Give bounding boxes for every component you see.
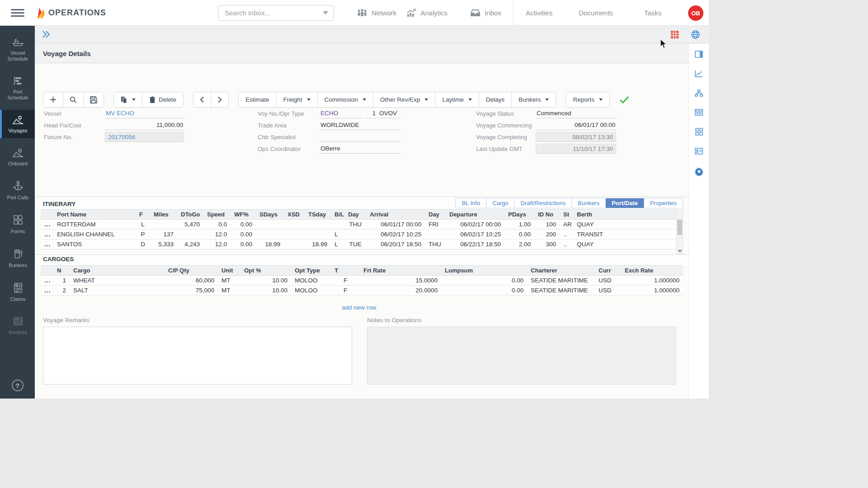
tab-cargo[interactable]: Cargo <box>486 198 514 208</box>
table-view-icon[interactable] <box>670 30 679 41</box>
settings-gear-icon[interactable] <box>694 167 704 176</box>
nav-tasks[interactable]: Tasks <box>644 0 661 26</box>
voyage-number-field[interactable]: ECHO <box>320 108 363 118</box>
expand-chevrons-icon[interactable] <box>41 29 51 41</box>
cell-exch-rate: 1.000000 <box>621 286 683 296</box>
notes-to-operations-textarea[interactable] <box>367 327 676 385</box>
opr-type-field[interactable]: OVOV <box>378 108 400 118</box>
laytime-button[interactable]: Laytime <box>435 92 479 107</box>
tab-port-date[interactable]: Port/Date <box>606 198 644 208</box>
sidebar-item-vessel-schedule[interactable]: Vessel Schedule <box>0 32 35 66</box>
col-charterer: Charterer <box>527 266 595 276</box>
form-mid-column: Voy No./Opr Type ECHO 1 OVOV Trade AreaW… <box>258 108 400 155</box>
right-icon-strip <box>689 44 709 399</box>
col-opt-type: Opt Type <box>291 266 331 276</box>
reports-button[interactable]: Reports <box>566 92 609 107</box>
sidebar-item-claims[interactable]: Claims <box>0 277 35 307</box>
nav-analytics[interactable]: Analytics <box>406 0 448 26</box>
cell-sdays: 18.99 <box>256 239 284 249</box>
panel-layout-icon[interactable] <box>695 51 703 58</box>
row-menu-icon[interactable]: ... <box>41 276 53 286</box>
voyage-functions-group: Estimate Freight Commission Other Rev/Ex… <box>238 92 556 108</box>
nav-activities[interactable]: Activities <box>526 0 552 26</box>
voyage-status-field[interactable]: Commenced <box>536 108 616 118</box>
copy-button[interactable] <box>114 92 142 107</box>
cell-xsd <box>284 239 305 249</box>
fixture-field[interactable]: 20170056 <box>105 132 184 142</box>
search-button[interactable] <box>63 92 84 107</box>
vessel-field[interactable]: MV ECHO <box>105 108 184 118</box>
hierarchy-icon[interactable] <box>695 89 703 97</box>
tab-bl-info[interactable]: BL Info <box>456 198 486 208</box>
grid-tiles-icon[interactable] <box>695 128 703 136</box>
sidebar-item-forms[interactable]: Forms <box>0 210 35 239</box>
voyage-commencing-field[interactable]: 06/01/17 00:00 <box>536 120 616 130</box>
estimate-button[interactable]: Estimate <box>239 92 277 107</box>
sidebar-item-bunkers[interactable]: Bunkers <box>0 244 35 273</box>
user-avatar[interactable]: OB <box>688 5 703 21</box>
ops-coordinator-field[interactable]: OBerre <box>320 144 400 154</box>
nav-documents[interactable]: Documents <box>579 0 613 26</box>
save-button[interactable] <box>84 92 104 107</box>
other-rev-exp-button[interactable]: Other Rev/Exp <box>373 92 436 107</box>
trade-area-field[interactable]: WORLDWIDE <box>320 120 400 130</box>
notes-to-operations-label: Notes to Operations <box>367 317 676 324</box>
notes-to-operations-block: Notes to Operations <box>367 317 676 386</box>
scrollbar-thumb[interactable] <box>677 220 682 235</box>
row-menu-icon[interactable]: ... <box>41 239 53 249</box>
hamburger-menu-icon[interactable] <box>11 0 24 26</box>
cell-cargo: WHEAT <box>70 276 165 286</box>
delays-button[interactable]: Delays <box>479 92 512 107</box>
help-icon[interactable]: ? <box>12 380 24 391</box>
topbar: OPERATIONS Network Analytics <box>0 0 709 26</box>
tab-draft-restrictions[interactable]: Draft/Restrictions <box>515 198 572 208</box>
bunkers-button[interactable]: Bunkers <box>512 92 556 107</box>
nav-activities-label: Activities <box>526 9 552 17</box>
add-button[interactable] <box>43 92 63 107</box>
invoice-icon <box>13 316 24 326</box>
globe-icon[interactable] <box>691 30 700 41</box>
scroll-down-icon[interactable] <box>678 250 682 253</box>
add-new-row-link[interactable]: add new row <box>35 304 683 311</box>
previous-button[interactable] <box>193 92 211 107</box>
search-input[interactable] <box>224 9 323 17</box>
head-fix-field[interactable]: 11,000.00 <box>105 120 184 130</box>
col-frt-rate: Frt Rate <box>360 266 441 276</box>
cell-opt-type: MOLOO <box>291 286 331 296</box>
tab-properties[interactable]: Properties <box>644 198 683 208</box>
sidebar-item-port-schedule[interactable]: Port Schedule <box>0 71 35 105</box>
tab-bunkers[interactable]: Bunkers <box>572 198 606 208</box>
list-card-icon[interactable] <box>695 109 703 116</box>
contact-card-icon[interactable] <box>695 148 703 155</box>
nav-inbox[interactable]: Inbox <box>470 0 501 26</box>
delete-button[interactable]: Delete <box>142 92 183 107</box>
cell-curr: USD <box>595 276 621 286</box>
row-menu-icon[interactable]: ... <box>41 230 53 239</box>
cell-st: AR <box>560 220 573 230</box>
row-menu-icon[interactable]: ... <box>41 220 53 230</box>
row-menu-icon[interactable]: ... <box>41 286 53 296</box>
chtr-specialist-field[interactable] <box>320 132 400 142</box>
toolbar: Delete Estimate Freight Commission Other… <box>43 92 629 108</box>
commission-button[interactable]: Commission <box>318 92 373 107</box>
col-st: St <box>560 210 573 220</box>
voyage-remarks-textarea[interactable] <box>43 327 352 385</box>
cell-speed: 0.0 <box>203 220 231 230</box>
sidebar-item-port-calls[interactable]: Port Calls <box>0 176 35 205</box>
sidebar-item-voyages[interactable]: Voyages <box>0 110 35 138</box>
freight-button[interactable]: Freight <box>277 92 318 107</box>
sidebar-label: Invoices <box>9 329 27 335</box>
voyage-seq-field[interactable]: 1 <box>365 108 377 118</box>
chart-panel-icon[interactable] <box>695 70 703 77</box>
itinerary-scrollbar[interactable] <box>676 208 683 254</box>
caret-down-icon <box>599 99 603 101</box>
col-cp-qty: C/P Qty <box>165 266 218 276</box>
sidebar-item-invoices[interactable]: Invoices <box>0 311 35 340</box>
voyage-remarks-block: Voyage Remarks <box>43 317 352 386</box>
search-dropdown-icon[interactable] <box>323 11 328 14</box>
sidebar-item-onboard[interactable]: Onboard <box>0 143 35 171</box>
col-day: Day <box>344 210 366 220</box>
nav-network[interactable]: Network <box>357 0 396 26</box>
cell-unit: MT <box>218 286 241 296</box>
next-button[interactable] <box>211 92 228 107</box>
